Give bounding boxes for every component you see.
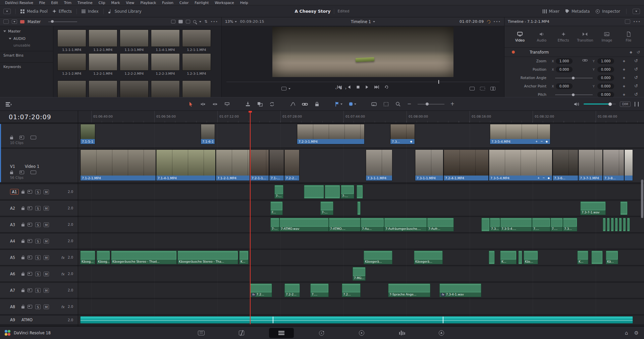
project-manager-button[interactable]	[3, 9, 11, 14]
timeline-clip[interactable]: fx7.2...	[250, 283, 272, 297]
anchor-y-input[interactable]: 0.000	[597, 83, 614, 89]
timeline-clip[interactable]: 7....	[310, 283, 329, 297]
media-clip[interactable]: 1.2-2-3.MP4	[151, 53, 180, 75]
timeline-clip[interactable]: 7-ATMO....	[329, 218, 361, 231]
zoom-y-input[interactable]: 1.000	[597, 58, 614, 64]
auto-select-icon[interactable]	[28, 305, 32, 309]
reset-icon[interactable]: ↺	[634, 90, 638, 97]
track-header-v1[interactable]: V1Video 156 Clips	[0, 149, 78, 182]
timeline-clip[interactable]: 7.2-2...	[284, 283, 300, 297]
timeline-clip[interactable]	[603, 218, 606, 231]
timeline-clip[interactable]: Käs...	[524, 251, 538, 264]
media-clip[interactable]	[57, 80, 86, 97]
tree-item-audio[interactable]: AUDIO	[0, 35, 53, 42]
tree-item-unusable[interactable]: unusable	[0, 42, 53, 48]
list-view-icon[interactable]	[171, 20, 175, 23]
timeline-clip[interactable]: 7-...	[270, 218, 279, 231]
media-pool-options-icon[interactable]: •••	[211, 19, 218, 24]
dim-button[interactable]: DIM	[620, 101, 631, 107]
mute-button[interactable]: M	[44, 206, 49, 211]
timeline-clip[interactable]: Käsegeräusche Stereo - Tha...	[177, 251, 238, 264]
timeline-clip[interactable]: 7-...	[274, 185, 283, 199]
timeline-clip[interactable]	[611, 218, 614, 231]
track-header-v2[interactable]: 10 Clips	[0, 124, 78, 147]
settings-gear-icon[interactable]: ⚙	[634, 330, 639, 336]
page-fairlight-button[interactable]	[398, 330, 405, 336]
zoom-preset-icon[interactable]	[395, 101, 401, 107]
mixer-panel-icon[interactable]	[635, 102, 639, 107]
timeline-clip[interactable]	[325, 185, 340, 199]
monitor-volume-slider[interactable]	[584, 104, 616, 105]
timeline-clip[interactable]	[619, 218, 622, 231]
sync-icon[interactable]	[486, 19, 491, 24]
timeline-clip[interactable]: K...	[500, 251, 517, 264]
menu-mark[interactable]: Mark	[108, 1, 123, 5]
timeline-clip[interactable]: 7.3-1-1.MP4	[415, 149, 443, 181]
timeline-clip[interactable]: 7....	[532, 218, 550, 231]
timeline-clip[interactable]: K...	[239, 251, 249, 264]
inspector-button[interactable]: Inspector	[596, 9, 620, 14]
timeline-clip[interactable]: 7.3...◆	[390, 124, 415, 144]
menu-fusion[interactable]: Fusion	[159, 1, 176, 5]
subtitle-track-icon[interactable]	[371, 101, 377, 107]
track-enable-icon[interactable]	[31, 136, 36, 139]
replace-clip-button[interactable]	[269, 101, 275, 107]
lock-icon[interactable]	[21, 306, 24, 309]
play-reverse-button[interactable]	[347, 85, 351, 89]
track-header-a8[interactable]: A8SMfx2.0	[0, 299, 78, 314]
playhead[interactable]	[250, 111, 251, 324]
zoom-out-button[interactable]: −	[407, 101, 412, 107]
mixer-button[interactable]: Mixer	[543, 9, 559, 14]
media-clip[interactable]	[182, 80, 211, 97]
panel-expand-icon[interactable]	[12, 19, 17, 24]
mute-button[interactable]: M	[44, 239, 49, 244]
timeline-clip[interactable]: 7.1-5-1...	[80, 124, 95, 144]
timeline-zoom-slider[interactable]	[418, 104, 444, 105]
timeline-clip[interactable]: 7.3-7-1.wav	[580, 201, 606, 215]
tree-item-master[interactable]: Master	[0, 27, 53, 35]
lock-icon[interactable]	[21, 191, 24, 194]
timeline-clip[interactable]: Käsegeräusche Stereo - Thad...	[111, 251, 177, 264]
play-button[interactable]	[365, 85, 369, 89]
flag-button[interactable]	[335, 101, 342, 107]
page-cut-button[interactable]	[238, 330, 245, 336]
slider-knob[interactable]	[572, 93, 575, 96]
auto-select-icon[interactable]	[28, 239, 32, 243]
inspector-expand-icon[interactable]	[625, 19, 630, 24]
position-x-input[interactable]: 0.000	[556, 67, 573, 72]
media-clip[interactable]: 1.2-3-1.MP4	[182, 53, 211, 75]
timeline-clip[interactable]: 7-...	[341, 185, 354, 199]
track-header-a7[interactable]: A7SM2.0	[0, 283, 78, 298]
timeline-clip[interactable]: 7-Mü...	[353, 267, 366, 281]
timeline-clip[interactable]: 7-ATMO.wav	[279, 218, 329, 231]
zoom-in-button[interactable]: +	[450, 101, 455, 107]
timeline-clip[interactable]: F...	[270, 201, 283, 215]
timeline-select[interactable]: Timeline 1	[351, 19, 375, 24]
reset-icon[interactable]: ↺	[634, 65, 638, 73]
timeline-clip[interactable]	[80, 316, 633, 324]
media-clip[interactable]: 1.2-1-1.MP4	[182, 29, 211, 52]
sort-icon[interactable]: ⇅	[204, 19, 207, 24]
viewer-options-icon[interactable]: •••	[493, 19, 501, 24]
link-icon[interactable]	[582, 59, 588, 62]
menu-file[interactable]: File	[36, 1, 48, 5]
media-clip[interactable]: 1.1-4-1.MP4	[151, 29, 180, 52]
timeline-clip[interactable]: 7.3-5-4....	[500, 218, 532, 231]
panel-collapse-icon[interactable]	[3, 19, 9, 24]
tab-file[interactable]: File	[619, 31, 639, 42]
viewer-scrubber[interactable]	[226, 82, 499, 82]
slider-knob[interactable]	[608, 103, 612, 106]
solo-button[interactable]: S	[35, 272, 41, 276]
vertical-scrollbar[interactable]	[641, 180, 643, 218]
track-header-a4[interactable]: A4SM2.0	[0, 233, 78, 249]
page-media-button[interactable]	[198, 330, 205, 336]
strip-view-icon[interactable]	[186, 20, 190, 23]
rotation-slider[interactable]	[555, 78, 593, 78]
timeline-clip[interactable]	[615, 218, 618, 231]
tab-audio[interactable]: Audio	[532, 31, 552, 42]
timeline-clip[interactable]: 7.3...	[490, 218, 500, 231]
lock-icon[interactable]	[21, 257, 24, 259]
tree-item-smart-bins[interactable]: Smart Bins	[0, 51, 53, 60]
solo-button[interactable]: S	[35, 255, 41, 260]
menu-playback[interactable]: Playback	[137, 1, 159, 5]
